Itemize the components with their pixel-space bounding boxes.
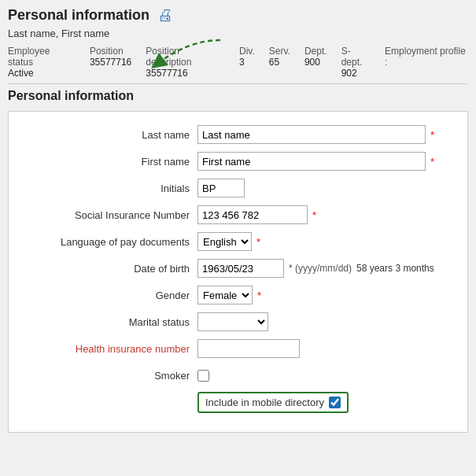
serv-label: Serv. bbox=[269, 46, 290, 57]
section-title: Personal information bbox=[8, 89, 468, 103]
gender-required: * bbox=[257, 290, 261, 301]
first-name-row: First name * bbox=[24, 151, 452, 172]
first-name-input[interactable] bbox=[197, 152, 426, 171]
smoker-label: Smoker bbox=[24, 370, 197, 382]
position-value: 35577716 bbox=[90, 57, 131, 68]
lang-select[interactable]: English French bbox=[197, 232, 252, 251]
marital-label: Marital status bbox=[24, 316, 197, 328]
employee-status-value: Active bbox=[8, 68, 76, 79]
lang-row: Language of pay documents English French… bbox=[24, 231, 452, 252]
smoker-checkbox[interactable] bbox=[197, 370, 209, 382]
last-name-field: * bbox=[197, 125, 452, 144]
dob-input[interactable] bbox=[197, 259, 284, 278]
health-field bbox=[197, 339, 452, 358]
personal-info-form: Last name * First name * Initials Social… bbox=[8, 111, 468, 433]
last-name-row: Last name * bbox=[24, 124, 452, 145]
page-title: Personal information bbox=[8, 7, 149, 24]
marital-field: Single Married Divorced bbox=[197, 312, 452, 331]
dob-row: Date of birth * (yyyy/mm/dd) 58 years 3 … bbox=[24, 258, 452, 279]
employee-status-label: Employee status bbox=[8, 46, 76, 68]
mobile-dir-field: Include in mobile directory bbox=[197, 392, 452, 413]
sin-input[interactable] bbox=[197, 205, 308, 224]
mobile-dir-row: Include in mobile directory bbox=[24, 392, 452, 413]
sdept-item: S-dept. 902 bbox=[341, 46, 371, 79]
last-name-required: * bbox=[430, 129, 434, 141]
dept-item: Dept. 900 bbox=[304, 46, 327, 68]
div-label: Div. bbox=[239, 46, 255, 57]
dept-value: 900 bbox=[304, 57, 327, 68]
smoker-row: Smoker bbox=[24, 365, 452, 386]
first-name-label: First name bbox=[24, 156, 197, 168]
lang-field: English French * bbox=[197, 232, 452, 251]
gender-field: Female Male * bbox=[197, 286, 452, 304]
dob-format: * (yyyy/mm/dd) bbox=[289, 263, 352, 274]
initials-label: Initials bbox=[24, 183, 197, 194]
serv-value: 65 bbox=[269, 57, 290, 68]
health-input[interactable] bbox=[197, 339, 300, 358]
initials-row: Initials bbox=[24, 178, 452, 198]
marital-select[interactable]: Single Married Divorced bbox=[197, 312, 268, 331]
marital-row: Marital status Single Married Divorced bbox=[24, 312, 452, 332]
dob-label: Date of birth bbox=[24, 263, 197, 275]
mobile-directory-box: Include in mobile directory bbox=[197, 392, 349, 413]
gender-row: Gender Female Male * bbox=[24, 285, 452, 305]
employee-status-item: Employee status Active bbox=[8, 46, 76, 79]
position-item: Position 35577716 bbox=[90, 46, 131, 68]
health-row: Health insurance number bbox=[24, 338, 452, 359]
health-label: Health insurance number bbox=[24, 343, 197, 355]
smoker-field bbox=[197, 370, 452, 382]
employment-profile-label: Employment profile : bbox=[385, 46, 466, 68]
gender-select[interactable]: Female Male bbox=[197, 286, 253, 304]
lang-required: * bbox=[256, 236, 260, 248]
div-value: 3 bbox=[239, 57, 255, 68]
breadcrumb: Last name, First name bbox=[8, 28, 109, 39]
serv-item: Serv. 65 bbox=[269, 46, 290, 68]
first-name-required: * bbox=[430, 156, 434, 168]
last-name-label: Last name bbox=[24, 129, 197, 141]
position-desc-label: Position description bbox=[146, 46, 225, 68]
employment-profile: Employment profile : bbox=[385, 46, 468, 68]
sin-field: * bbox=[197, 205, 452, 224]
initials-field bbox=[197, 179, 452, 197]
position-desc-item: Position description 35577716 bbox=[146, 46, 225, 79]
sdept-label: S-dept. bbox=[341, 46, 371, 68]
lang-label: Language of pay documents bbox=[24, 236, 197, 248]
mobile-dir-label: Include in mobile directory bbox=[205, 397, 324, 408]
mobile-dir-checkbox[interactable] bbox=[329, 397, 341, 408]
last-name-input[interactable] bbox=[197, 125, 426, 144]
position-label: Position bbox=[90, 46, 131, 57]
dept-label: Dept. bbox=[304, 46, 327, 57]
age-display: 58 years 3 months bbox=[356, 263, 434, 274]
initials-input[interactable] bbox=[197, 179, 245, 197]
sin-row: Social Insurance Number * bbox=[24, 205, 452, 225]
div-item: Div. 3 bbox=[239, 46, 255, 68]
sin-required: * bbox=[312, 209, 316, 221]
dob-field: * (yyyy/mm/dd) 58 years 3 months bbox=[197, 259, 452, 278]
gender-label: Gender bbox=[24, 290, 197, 301]
position-desc-value: 35577716 bbox=[146, 68, 225, 79]
sin-label: Social Insurance Number bbox=[24, 209, 197, 221]
sdept-value: 902 bbox=[341, 68, 371, 79]
first-name-field: * bbox=[197, 152, 452, 171]
print-icon[interactable]: 🖨 bbox=[157, 6, 173, 24]
